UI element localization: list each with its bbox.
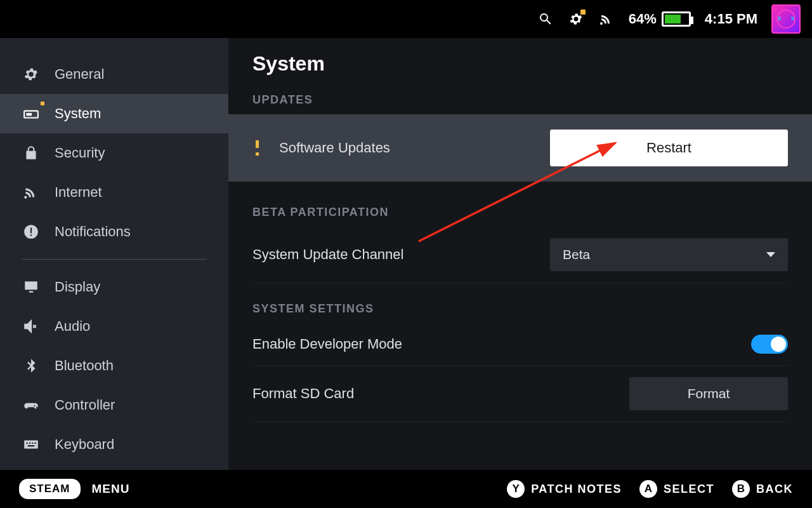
footer-bar: STEAM MENU Y PATCH NOTES A SELECT B BACK bbox=[0, 470, 812, 508]
b-button-icon: B bbox=[732, 480, 750, 498]
gear-icon[interactable] bbox=[568, 11, 584, 27]
clock: 4:15 PM bbox=[705, 11, 757, 27]
sidebar: General System Security Internet Notific… bbox=[0, 38, 228, 470]
search-icon[interactable] bbox=[537, 11, 554, 27]
sidebar-item-display[interactable]: Display bbox=[0, 267, 228, 307]
svg-rect-4 bbox=[30, 234, 32, 236]
sidebar-item-label: Audio bbox=[55, 318, 90, 335]
sidebar-item-label: Bluetooth bbox=[55, 358, 114, 374]
row-update-channel: System Update Channel Beta bbox=[252, 227, 788, 283]
deck-icon bbox=[22, 104, 41, 123]
hint-patch-notes[interactable]: Y PATCH NOTES bbox=[507, 480, 622, 498]
row-label: System Update Channel bbox=[252, 246, 403, 263]
svg-rect-8 bbox=[32, 443, 33, 444]
svg-rect-6 bbox=[26, 443, 27, 444]
sidebar-item-bluetooth[interactable]: Bluetooth bbox=[0, 346, 228, 385]
menu-label: MENU bbox=[92, 482, 130, 496]
row-software-updates: Software Updates Restart bbox=[228, 114, 812, 182]
a-button-icon: A bbox=[639, 480, 657, 498]
svg-rect-9 bbox=[34, 443, 36, 444]
page-title: System bbox=[252, 52, 788, 76]
svg-rect-10 bbox=[28, 445, 35, 446]
row-label: Enable Developer Mode bbox=[252, 336, 402, 352]
sidebar-item-label: System bbox=[55, 105, 101, 122]
sidebar-item-label: General bbox=[55, 66, 104, 83]
section-header-beta: BETA PARTICIPATION bbox=[252, 206, 788, 219]
gamepad-icon bbox=[22, 396, 41, 415]
section-header-updates: UPDATES bbox=[252, 93, 788, 107]
chevron-down-icon bbox=[766, 252, 775, 257]
sidebar-item-label: Display bbox=[55, 279, 100, 295]
hint-label: PATCH NOTES bbox=[531, 483, 622, 496]
svg-rect-7 bbox=[29, 443, 30, 444]
wifi-icon[interactable] bbox=[598, 11, 615, 27]
hint-back[interactable]: B BACK bbox=[732, 480, 793, 498]
svg-rect-3 bbox=[30, 228, 32, 234]
top-bar: 64% 4:15 PM xx bbox=[0, 0, 812, 38]
steam-button[interactable]: STEAM bbox=[19, 479, 81, 499]
format-button[interactable]: Format bbox=[629, 377, 788, 410]
alert-icon bbox=[22, 222, 41, 241]
lock-icon bbox=[22, 144, 41, 163]
sidebar-item-audio[interactable]: Audio bbox=[0, 307, 228, 346]
hint-label: SELECT bbox=[664, 483, 714, 496]
select-value: Beta bbox=[563, 247, 590, 262]
sidebar-item-security[interactable]: Security bbox=[0, 133, 228, 173]
sidebar-item-label: Keyboard bbox=[55, 436, 114, 453]
svg-rect-5 bbox=[24, 441, 38, 449]
sidebar-item-system[interactable]: System bbox=[0, 94, 228, 133]
svg-rect-1 bbox=[26, 113, 32, 116]
monitor-icon bbox=[22, 277, 41, 297]
hint-label: BACK bbox=[756, 483, 793, 496]
battery-indicator: 64% bbox=[629, 11, 691, 27]
sidebar-item-label: Controller bbox=[55, 397, 115, 413]
row-label: Format SD Card bbox=[252, 385, 354, 402]
content-area: System UPDATES Software Updates Restart … bbox=[228, 38, 812, 470]
keyboard-icon bbox=[22, 435, 41, 454]
sidebar-item-notifications[interactable]: Notifications bbox=[0, 212, 228, 251]
speaker-mute-icon bbox=[22, 317, 41, 336]
sidebar-item-controller[interactable]: Controller bbox=[0, 385, 228, 425]
sidebar-item-keyboard[interactable]: Keyboard bbox=[0, 425, 228, 464]
update-channel-select[interactable]: Beta bbox=[550, 238, 788, 271]
section-header-settings: SYSTEM SETTINGS bbox=[252, 302, 788, 316]
row-format-sd: Format SD Card Format bbox=[252, 366, 788, 422]
bluetooth-icon bbox=[22, 356, 41, 375]
sidebar-item-general[interactable]: General bbox=[0, 55, 228, 94]
avatar[interactable]: xx bbox=[771, 4, 801, 34]
battery-icon bbox=[662, 11, 691, 27]
battery-percent: 64% bbox=[629, 11, 657, 27]
signal-icon bbox=[22, 183, 41, 202]
sidebar-item-label: Notifications bbox=[55, 224, 131, 240]
sidebar-item-label: Security bbox=[55, 145, 105, 161]
row-label: Software Updates bbox=[279, 140, 390, 156]
sidebar-divider bbox=[22, 259, 207, 260]
sidebar-item-label: Internet bbox=[55, 184, 102, 201]
alert-icon bbox=[252, 143, 263, 153]
y-button-icon: Y bbox=[507, 480, 525, 498]
hint-select[interactable]: A SELECT bbox=[639, 480, 714, 498]
gear-icon bbox=[22, 65, 41, 84]
restart-button[interactable]: Restart bbox=[550, 130, 788, 166]
row-developer-mode: Enable Developer Mode bbox=[252, 323, 788, 366]
developer-mode-toggle[interactable] bbox=[751, 335, 788, 354]
sidebar-item-internet[interactable]: Internet bbox=[0, 173, 228, 212]
